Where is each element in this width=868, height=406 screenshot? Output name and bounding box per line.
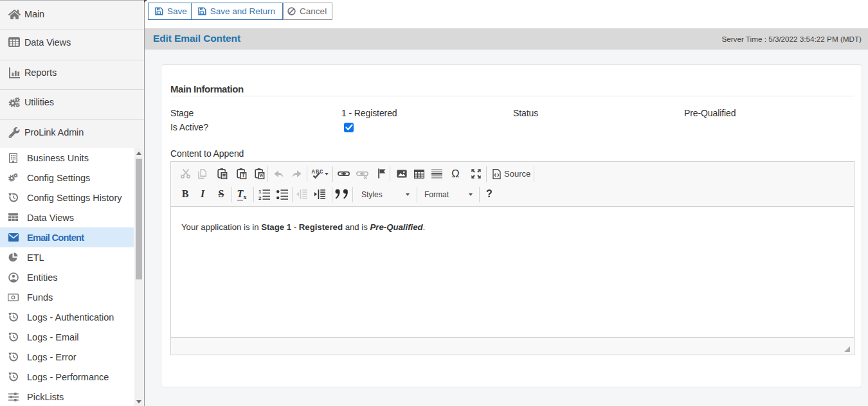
svg-text:W: W <box>259 173 264 179</box>
svg-text:2: 2 <box>258 195 262 200</box>
svg-text:T: T <box>242 173 246 179</box>
svg-text:1: 1 <box>258 189 262 195</box>
